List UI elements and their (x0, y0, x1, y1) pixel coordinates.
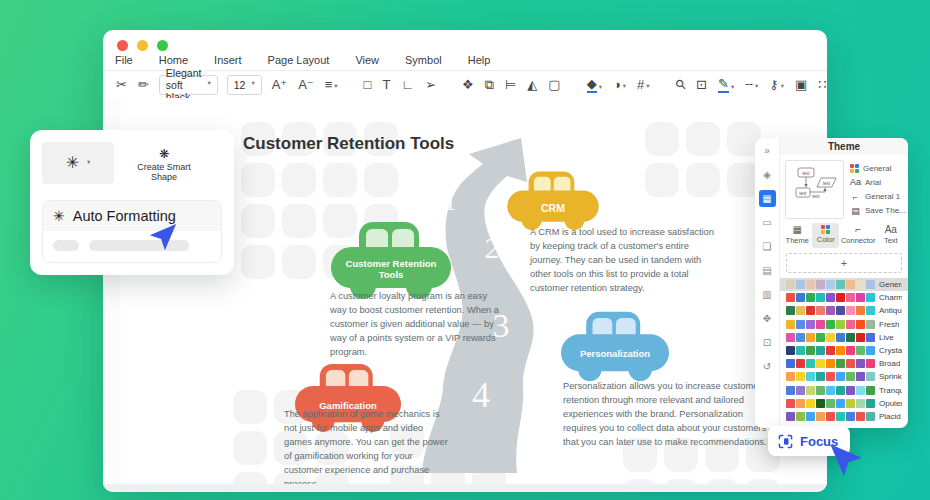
menu-insert[interactable]: Insert (214, 54, 242, 66)
flip-icon[interactable]: ◭ (526, 78, 538, 91)
theme-current-settings: GeneralAaArial⌐General 1▤Save The... (850, 160, 903, 219)
font-select[interactable]: Elegant soft black▾ (159, 75, 218, 95)
color-scheme-tranquil[interactable]: Tranquil (780, 384, 908, 397)
lock-icon[interactable]: ⚷▾ (768, 78, 785, 91)
menu-help[interactable]: Help (468, 54, 491, 66)
note-icon[interactable]: ▤ (759, 262, 776, 279)
theme-current-general-1[interactable]: ⌐General 1 (850, 191, 903, 203)
auto-format-button[interactable]: ✳ ▾ (42, 142, 114, 184)
background-icon[interactable]: ▭ (759, 214, 776, 231)
history-icon[interactable]: ↺ (759, 358, 776, 375)
color-scheme-sprinkle[interactable]: Sprinkle (780, 370, 908, 383)
menu-file[interactable]: File (115, 54, 133, 66)
format-painter-icon[interactable]: ✏ (137, 78, 150, 91)
tab-connector[interactable]: ⌐Connector (841, 223, 876, 248)
chevron-down-icon: ▾ (207, 80, 210, 89)
pointer-icon[interactable]: ➢ (424, 78, 437, 91)
close-button[interactable] (117, 40, 128, 51)
text-align-icon[interactable]: ≡▾ (324, 78, 339, 91)
create-smart-shape-button[interactable]: ❋ Create Smart Shape (124, 142, 204, 188)
car-personalization[interactable]: Personalization (561, 310, 669, 382)
tab-text[interactable]: AaText (878, 223, 904, 248)
car-description-personalization[interactable]: Personalization allows you to increase c… (563, 380, 769, 450)
theme-grid-icon[interactable]: ▦ (759, 190, 776, 207)
focus-icon (778, 434, 793, 449)
theme-panel-title: Theme (780, 138, 908, 155)
skeleton-pill (53, 240, 79, 251)
color-scheme-antique[interactable]: Antique (780, 304, 908, 317)
menu-bar: FileHomeInsertPage LayoutViewSymbolHelp (103, 50, 827, 71)
chevron-down-icon: ▾ (731, 84, 734, 93)
color-scheme-charm[interactable]: Charm (780, 291, 908, 304)
save-theme-icon: ▤ (850, 206, 861, 216)
pen-color-icon[interactable]: ✎▾ (717, 77, 735, 93)
color-scheme-placid[interactable]: Placid (780, 410, 908, 423)
cut-icon[interactable]: ✂ (115, 78, 128, 91)
road-step-2: 2 (485, 231, 500, 265)
fill-color-icon[interactable]: ◆▾ (586, 77, 603, 93)
color-scheme-live[interactable]: Live (780, 331, 908, 344)
menu-view[interactable]: View (355, 54, 379, 66)
add-theme-button[interactable]: + (786, 253, 902, 273)
auto-formatting-card[interactable]: ✳ Auto Formatting (42, 200, 222, 263)
chevron-down-icon: ▾ (251, 80, 254, 89)
color-scheme-crystal[interactable]: Crystal (780, 344, 908, 357)
find-replace-icon[interactable]: ⊡ (695, 78, 708, 91)
connector-icon[interactable]: ∟ (400, 78, 415, 91)
format-paint-icon[interactable]: ◈ (759, 166, 776, 183)
car-description-gamification[interactable]: The application of game mechanics is not… (284, 408, 452, 484)
swatches (786, 359, 875, 368)
deco-squares (645, 122, 761, 197)
smart-shape-card: ✳ ▾ ❋ Create Smart Shape ✳ Auto Formatti… (30, 130, 234, 275)
tab-color[interactable]: Color (812, 223, 838, 248)
font-icon: Aa (850, 177, 861, 187)
group-icon[interactable]: ⧉ (484, 78, 495, 91)
line-style-icon[interactable]: ╌▾ (744, 78, 759, 91)
page-setup-icon[interactable]: ▥ (759, 286, 776, 303)
layers-icon[interactable]: ❏ (759, 238, 776, 255)
svg-text:text: text (802, 171, 810, 176)
theme-preview[interactable]: text text text text (785, 160, 844, 219)
tab-theme[interactable]: ▦Theme (784, 223, 810, 248)
container-icon[interactable]: ▣ (794, 78, 808, 91)
road-step-1: 1 (444, 187, 457, 217)
connector-style-icon: ⌐ (850, 192, 861, 202)
text-tool-icon[interactable]: T (381, 78, 391, 91)
align-objects-icon[interactable]: ⊨ (504, 78, 517, 91)
menu-home[interactable]: Home (159, 54, 188, 66)
car-description-customer-retention-tools[interactable]: A customer loyalty program is an easy wa… (330, 290, 502, 360)
auto-formatting-icon: ✳ (53, 209, 65, 223)
menu-page-layout[interactable]: Page Layout (268, 54, 330, 66)
color-grid-icon (850, 164, 859, 173)
increase-font-icon[interactable]: A⁺ (271, 78, 289, 91)
color-scheme-general[interactable]: General (780, 278, 908, 291)
color-scheme-broad[interactable]: Broad (780, 357, 908, 370)
shape-icon[interactable]: □ (363, 78, 373, 91)
color-scheme-list: GeneralCharmAntiqueFreshLiveCrystalBroad… (780, 276, 908, 428)
collapse-icon[interactable]: » (759, 142, 776, 159)
maximize-button[interactable] (157, 40, 168, 51)
decrease-font-icon[interactable]: A⁻ (297, 78, 315, 91)
car-crm[interactable]: CRM (507, 170, 599, 231)
share-nodes-icon[interactable]: ∷▾ (817, 78, 827, 91)
menu-symbol[interactable]: Symbol (405, 54, 442, 66)
zoom-icon[interactable]: ⚲ (675, 78, 687, 91)
theme-current-arial[interactable]: AaArial (850, 176, 903, 188)
smart-shape-icon: ❋ (159, 148, 169, 160)
diagram-title: Customer Retention Tools (243, 134, 454, 154)
swatches (786, 306, 875, 315)
color-scheme-opulent[interactable]: Opulent (780, 397, 908, 410)
color-scheme-fresh[interactable]: Fresh (780, 318, 908, 331)
presentation-icon[interactable]: ⊡ (759, 334, 776, 351)
expand-icon[interactable]: ✥ (759, 310, 776, 327)
font-size-select[interactable]: 12▾ (227, 75, 262, 95)
theme-current-general[interactable]: General (850, 162, 903, 174)
crop-icon[interactable]: #▾ (636, 78, 651, 91)
symbol-library-icon[interactable]: ❖ (461, 78, 475, 91)
quick-style-icon[interactable]: ◑▾ (612, 78, 627, 91)
car-customer-retention-tools[interactable]: Customer Retention Tools (331, 220, 451, 300)
minimize-button[interactable] (137, 40, 148, 51)
car-description-crm[interactable]: A CRM is a tool used to increase satisfa… (530, 226, 716, 296)
theme-current-save-the[interactable]: ▤Save The... (850, 205, 903, 217)
layout-icon[interactable]: ▢ (547, 78, 561, 91)
